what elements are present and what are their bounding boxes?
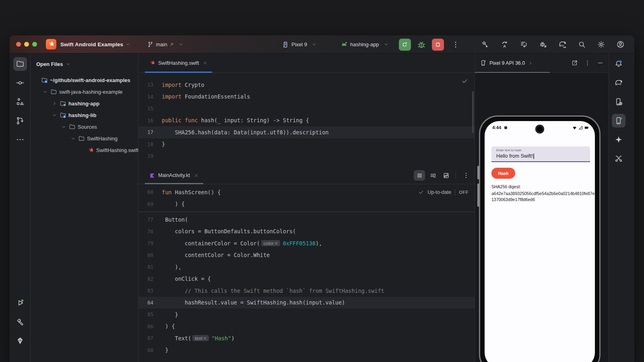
line-number[interactable]: 80 — [138, 252, 162, 258]
code-line-88[interactable]: 88} — [138, 344, 475, 356]
tree-row[interactable]: ~/github/swift-android-examples — [31, 74, 138, 86]
line-number[interactable]: 19 — [138, 153, 162, 159]
search-button[interactable] — [578, 40, 586, 49]
code-line-82[interactable]: 82onClick = { — [138, 273, 475, 285]
zoom-window-button[interactable] — [32, 42, 37, 47]
code-line-85[interactable]: 85} — [138, 309, 475, 321]
project-view-header[interactable]: Open Files — [31, 53, 138, 74]
tree-row[interactable]: SwiftHashing — [31, 133, 138, 144]
tree-row[interactable]: hashing-lib — [31, 109, 138, 121]
running-devices-button[interactable] — [612, 114, 625, 128]
code-line-19[interactable]: 19 — [138, 150, 475, 162]
tree-row[interactable]: SwiftHashing.swift — [31, 144, 138, 156]
crashlytics-button[interactable] — [612, 152, 625, 165]
notifications-button[interactable] — [612, 57, 625, 71]
profile-button[interactable] — [616, 40, 625, 49]
line-number[interactable]: 13 — [138, 82, 162, 88]
device-group-chevron-icon[interactable] — [528, 60, 533, 66]
device-manager-button[interactable] — [612, 95, 625, 109]
build-tool-button[interactable] — [13, 315, 27, 329]
line-number[interactable]: 86 — [138, 323, 162, 329]
code-line-84[interactable]: 84hashResult.value = SwiftHashing.hash(i… — [138, 297, 475, 309]
gradle-button[interactable] — [612, 76, 625, 90]
tab-swifthashing-swift[interactable]: SwiftHashing.swift — [145, 53, 212, 72]
tree-row[interactable]: hashing-app — [31, 98, 138, 109]
split-view-button[interactable] — [427, 170, 438, 181]
hash-input-field[interactable]: Enter text to hash Hello from Swift! — [491, 146, 590, 162]
git-branch-widget[interactable]: main — [147, 41, 184, 48]
line-number[interactable]: 14 — [138, 94, 162, 100]
line-number[interactable]: 15 — [138, 105, 162, 111]
code-line-78[interactable]: 78colors = ButtonDefaults.buttonColors( — [138, 226, 475, 238]
device-screen[interactable]: 4:44 Enter text to hash Hello from Swift… — [485, 121, 595, 362]
gemini-button[interactable] — [612, 133, 625, 146]
code-line-77[interactable]: 77Button( — [138, 214, 475, 226]
kotlin-editor[interactable]: Up-to-date OFF 68fun HashScreen() {69) {… — [138, 184, 475, 362]
external-link-button[interactable] — [571, 60, 578, 66]
commit-button[interactable] — [13, 76, 27, 90]
design-view-button[interactable] — [440, 170, 452, 181]
code-line-14[interactable]: 14import FoundationEssentials — [138, 91, 475, 103]
line-number[interactable]: 81 — [138, 264, 162, 270]
editor-more-options-button[interactable] — [462, 172, 470, 179]
folded-region-separator[interactable] — [138, 210, 475, 214]
minimize-window-button[interactable] — [24, 42, 29, 47]
line-number[interactable]: 87 — [138, 335, 162, 341]
project-name[interactable]: Swift Android Examples — [60, 41, 123, 47]
rerun-button[interactable] — [399, 39, 411, 51]
project-folder-button[interactable] — [13, 57, 27, 71]
line-number[interactable]: 84 — [138, 300, 162, 306]
tree-row[interactable]: swift-java-hashing-example — [31, 86, 138, 98]
structure-button[interactable] — [13, 95, 27, 109]
line-number[interactable]: 18 — [138, 141, 162, 147]
line-number[interactable]: 16 — [138, 117, 162, 123]
line-number[interactable]: 77 — [138, 216, 162, 222]
line-number[interactable]: 88 — [138, 347, 162, 353]
attach-debugger-button[interactable] — [539, 40, 547, 49]
live-edit-off-toggle[interactable]: OFF — [459, 190, 469, 195]
close-tab-icon[interactable] — [194, 173, 199, 178]
device-selector[interactable]: Pixel 9 — [282, 41, 317, 48]
code-line-18[interactable]: 18} — [138, 138, 475, 150]
line-number[interactable]: 79 — [138, 240, 162, 246]
stop-button[interactable] — [432, 39, 444, 51]
code-view-button[interactable] — [414, 170, 425, 181]
line-number[interactable]: 69 — [138, 201, 162, 207]
code-line-81[interactable]: 81), — [138, 261, 475, 273]
close-window-button[interactable] — [16, 42, 21, 47]
line-number[interactable]: 82 — [138, 276, 162, 282]
more-run-options-button[interactable] — [452, 41, 460, 49]
gradle-sync-button[interactable] — [558, 40, 567, 49]
run-tool-button[interactable] — [13, 296, 27, 310]
code-line-80[interactable]: 80contentColor = Color.White — [138, 249, 475, 261]
code-line-13[interactable]: 13import Crypto — [138, 79, 475, 91]
running-devices-header[interactable]: Pixel 9 API 36.0 — [475, 53, 609, 73]
code-line-87[interactable]: 87Text(text ="Hash") — [138, 332, 475, 344]
settings-button[interactable] — [597, 40, 605, 49]
project-chevron-down-icon[interactable] — [125, 41, 131, 47]
code-line-69[interactable]: 69) { — [138, 198, 475, 210]
code-line-17[interactable]: 17SHA256.hash(data: Data(input.utf8)).de… — [138, 126, 475, 138]
line-number[interactable]: 68 — [138, 189, 162, 195]
kebab-button[interactable] — [584, 60, 591, 66]
more-tool-windows-button[interactable] — [13, 133, 27, 146]
code-line-83[interactable]: 83// This calls the Swift method `hash` … — [138, 285, 475, 297]
line-number[interactable]: 78 — [138, 228, 162, 234]
close-tab-icon[interactable] — [202, 60, 208, 66]
apply-code-changes-button[interactable] — [520, 40, 528, 49]
line-number[interactable]: 17 — [138, 129, 162, 135]
gem-button[interactable] — [13, 334, 27, 348]
minus-button[interactable] — [597, 60, 604, 66]
editor-scrollbar[interactable] — [472, 91, 474, 133]
line-number[interactable]: 83 — [138, 288, 162, 294]
tab-mainactivity-kt[interactable]: MainActivity.kt — [145, 167, 203, 184]
hash-button[interactable]: Hash — [491, 168, 515, 179]
apply-changes-button[interactable]: A — [500, 40, 509, 49]
swift-editor[interactable]: 13import Crypto14import FoundationEssent… — [138, 73, 475, 167]
compose-uptodate-widget[interactable]: Up-to-date OFF — [412, 186, 475, 198]
debug-button[interactable] — [416, 39, 427, 50]
code-line-16[interactable]: 16public func hash(_ input: String) -> S… — [138, 115, 475, 127]
line-number[interactable]: 85 — [138, 311, 162, 317]
code-line-86[interactable]: 86) { — [138, 321, 475, 333]
code-line-15[interactable]: 15 — [138, 103, 475, 115]
